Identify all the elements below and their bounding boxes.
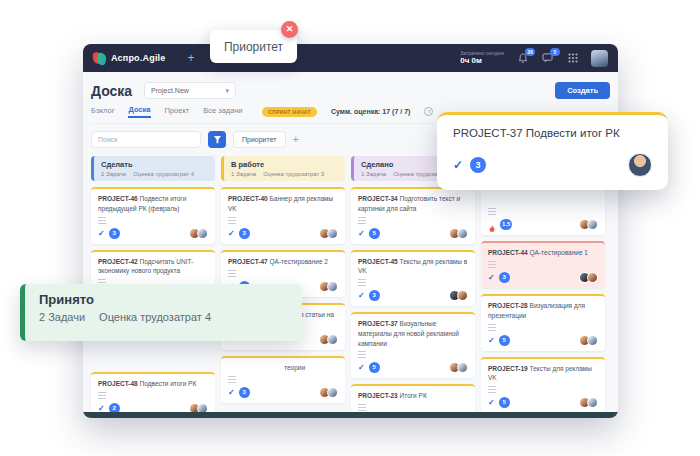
task-card[interactable]: PROJECT-19 Тексты для рекламы VK ✓5	[481, 357, 605, 414]
app-name: Аспро.Agile	[111, 53, 166, 63]
check-icon: ✓	[228, 229, 235, 238]
description-icon	[98, 217, 106, 224]
task-card-highlighted[interactable]: PROJECT-44 QA-тестирование 1 ✓3	[481, 241, 605, 288]
check-icon: ✓	[358, 229, 365, 238]
description-icon	[358, 217, 366, 224]
navbar-right: Затрачено сегодня 0ч 0м 26 5	[460, 50, 608, 67]
description-icon	[358, 404, 366, 411]
user-avatar[interactable]	[591, 50, 608, 67]
estimate-badge: 5	[499, 397, 510, 408]
window-bottom-edge	[83, 412, 618, 418]
avatar	[628, 153, 652, 177]
avatar	[457, 290, 468, 301]
estimate-badge: 3	[239, 228, 250, 239]
popup-task-title: PROJECT-37 Подвести итог РК	[453, 127, 652, 139]
avatar	[587, 219, 598, 230]
app-window: Аспро.Agile + Сп Затрачено сегодня 0ч 0м…	[83, 44, 618, 418]
task-card[interactable]: PROJECT-28 Визуализация для презентации …	[481, 294, 605, 351]
search-input[interactable]	[91, 131, 201, 148]
task-title: PROJECT-42 Подсчитать UNIT-экономику нов…	[98, 257, 208, 277]
check-icon: ✓	[488, 273, 495, 282]
task-title: PROJECT-47 QA-тестирование 2	[228, 257, 338, 267]
task-title: PROJECT-40 Баннер для рекламы VK	[228, 194, 338, 214]
description-icon	[488, 324, 496, 331]
avatar	[197, 228, 208, 239]
task-title: PROJECT-46 Подвести итоги предыдущей РК …	[98, 194, 208, 214]
avatar	[327, 281, 338, 292]
estimate-badge: 3	[470, 157, 486, 173]
column-accepted: Принято 2 ЗадачиОценка трудозатрат 4 1.5	[481, 156, 605, 418]
task-card-popup[interactable]: PROJECT-37 Подвести итог РК ✓ 3	[437, 112, 668, 190]
task-title: PROJECT-45 Тексты для рекламы в VK	[358, 257, 468, 277]
tab-backlog[interactable]: Бэклог	[91, 106, 114, 117]
task-title: PROJECT-37 Визуальные материалы для ново…	[358, 319, 468, 348]
description-icon	[488, 386, 496, 393]
task-title: PROJECT-28 Визуализация для презентации	[488, 301, 598, 321]
bell-badge: 26	[525, 48, 535, 56]
check-icon: ✓	[228, 388, 235, 397]
description-icon	[488, 208, 496, 215]
description-icon	[228, 270, 236, 277]
app-logo[interactable]: Аспро.Agile	[93, 52, 166, 65]
estimate-badge: 1.5	[500, 219, 512, 230]
task-title: PROJECT-48 Подвести итоги РК	[98, 379, 208, 389]
task-card[interactable]: PROJECT-37 Визуальные материалы для ново…	[351, 312, 475, 378]
tab-all-tasks[interactable]: Все задачи	[203, 106, 242, 117]
apps-grid-icon[interactable]	[566, 52, 579, 65]
estimate-badge: 5	[369, 362, 380, 373]
check-icon: ✓	[358, 363, 365, 372]
avatar	[457, 362, 468, 373]
description-icon	[98, 392, 106, 399]
check-icon: ✓	[358, 291, 365, 300]
task-card[interactable]: теории ✓3	[221, 356, 345, 403]
notifications-bell-icon[interactable]: 26	[516, 52, 529, 65]
task-card[interactable]: PROJECT-45 Тексты для рекламы в VK ✓3	[351, 250, 475, 307]
chevron-down-icon: ▾	[226, 87, 230, 95]
estimate-badge: 3	[499, 272, 510, 283]
task-title: PROJECT-19 Тексты для рекламы VK	[488, 364, 598, 384]
add-icon[interactable]: +	[188, 51, 195, 65]
priority-filter-chip[interactable]: Приоритет	[233, 131, 286, 148]
estimate-badge: 3	[369, 290, 380, 301]
check-icon: ✓	[453, 158, 463, 172]
sprint-status-badge: СПРИНТ НАЧАТ	[262, 107, 317, 117]
create-button[interactable]: Создать	[555, 82, 610, 99]
time-tracker[interactable]: Затрачено сегодня 0ч 0м	[460, 50, 504, 66]
task-card[interactable]: PROJECT-40 Баннер для рекламы VK ✓3	[221, 187, 345, 244]
column-in-progress: В работе 1 ЗадачаОценка трудозатрат 3 PR…	[221, 156, 345, 403]
column-header[interactable]: Сделать 2 ЗадачиОценка трудозатрат 4	[91, 156, 215, 181]
info-icon[interactable]: ?	[424, 107, 433, 116]
column-done: Сделано 1 ЗадачаОценка трудозатрат PROJE…	[351, 156, 475, 418]
avatar	[327, 228, 338, 239]
description-icon	[358, 351, 366, 358]
close-icon[interactable]: ✕	[281, 21, 298, 38]
top-navbar: Аспро.Agile + Сп Затрачено сегодня 0ч 0м…	[83, 44, 618, 72]
avatar	[327, 387, 338, 398]
description-icon	[358, 279, 366, 286]
task-card[interactable]: 1.5	[481, 187, 605, 235]
description-icon	[488, 261, 496, 268]
add-filter-button[interactable]: +	[293, 134, 299, 145]
accepted-column-callout: Принято 2 Задачи Оценка трудозатрат 4	[20, 284, 302, 341]
avatar	[327, 334, 338, 345]
description-icon	[228, 376, 236, 383]
column-header[interactable]: В работе 1 ЗадачаОценка трудозатрат 3	[221, 156, 345, 181]
chat-badge: 5	[550, 48, 560, 56]
avatar	[587, 335, 598, 346]
task-card[interactable]: PROJECT-46 Подвести итоги предыдущей РК …	[91, 187, 215, 244]
estimate-badge: 5	[369, 228, 380, 239]
estimate-badge: 5	[499, 335, 510, 346]
tab-board[interactable]: Доска	[128, 105, 150, 118]
summary-estimate: Сумм. оценка: 17 (7 / 7)	[331, 108, 411, 115]
filter-funnel-button[interactable]	[208, 131, 226, 148]
task-title	[488, 194, 598, 205]
check-icon: ✓	[488, 336, 495, 345]
check-icon: ✓	[98, 229, 105, 238]
chat-icon[interactable]: 5	[541, 52, 554, 65]
callout-title: Принято	[39, 292, 288, 307]
estimate-badge: 3	[109, 228, 120, 239]
board-select[interactable]: Project.New ▾	[144, 82, 236, 99]
task-card[interactable]: PROJECT-34 Подготовить текст и картинки …	[351, 187, 475, 244]
description-icon	[228, 217, 236, 224]
tab-project[interactable]: Проект	[165, 106, 190, 117]
